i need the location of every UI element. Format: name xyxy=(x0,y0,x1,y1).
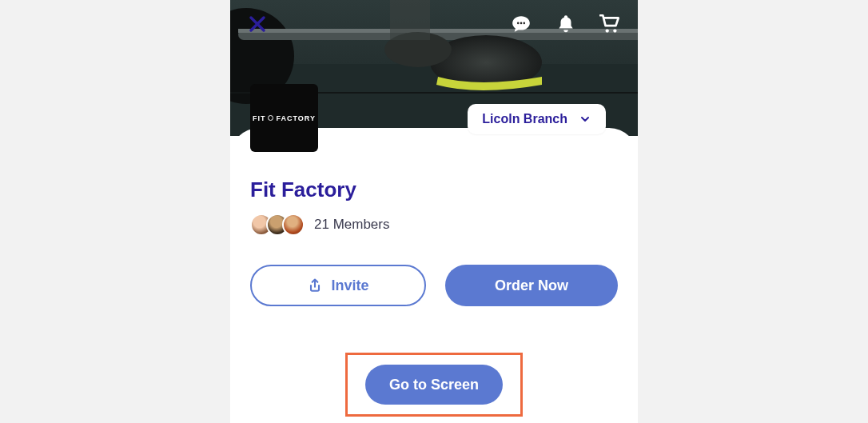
content-card: FIT FACTORY Licoln Branch Fit Factory 21… xyxy=(230,128,638,423)
members-count: 21 Members xyxy=(314,217,389,233)
chat-icon xyxy=(511,14,532,34)
svg-point-9 xyxy=(517,22,520,25)
go-row: Go to Screen xyxy=(250,353,618,417)
top-bar xyxy=(246,13,622,35)
invite-label: Invite xyxy=(331,277,368,294)
close-icon xyxy=(248,14,267,34)
highlight-box: Go to Screen xyxy=(345,353,523,417)
logo-ring-icon xyxy=(268,115,273,121)
svg-point-11 xyxy=(523,22,525,25)
avatar xyxy=(282,213,305,236)
logo-word-1: FIT xyxy=(253,114,266,122)
notifications-button[interactable] xyxy=(555,13,577,35)
svg-point-13 xyxy=(613,29,616,32)
order-label: Order Now xyxy=(495,277,568,294)
invite-button[interactable]: Invite xyxy=(250,265,426,306)
svg-point-10 xyxy=(520,22,523,25)
cart-button[interactable] xyxy=(599,13,622,35)
share-icon xyxy=(307,277,323,293)
chat-button[interactable] xyxy=(510,13,532,35)
logo-word-2: FACTORY xyxy=(276,114,316,122)
top-bar-icons xyxy=(510,13,622,35)
close-button[interactable] xyxy=(246,13,269,35)
cart-icon xyxy=(599,13,622,35)
mobile-screen: FIT FACTORY Licoln Branch Fit Factory 21… xyxy=(230,0,638,423)
cta-row: Invite Order Now xyxy=(250,265,618,306)
go-label: Go to Screen xyxy=(389,377,479,393)
business-logo: FIT FACTORY xyxy=(250,84,318,152)
branch-selector[interactable]: Licoln Branch xyxy=(468,104,606,134)
svg-point-12 xyxy=(606,29,609,32)
bell-icon xyxy=(555,14,576,34)
members-row: 21 Members xyxy=(250,213,618,236)
member-avatars xyxy=(250,213,305,236)
chevron-down-icon xyxy=(579,113,591,126)
logo-text: FIT FACTORY xyxy=(253,114,316,122)
order-now-button[interactable]: Order Now xyxy=(445,265,618,306)
go-to-screen-button[interactable]: Go to Screen xyxy=(365,365,503,405)
branch-label: Licoln Branch xyxy=(482,112,567,126)
